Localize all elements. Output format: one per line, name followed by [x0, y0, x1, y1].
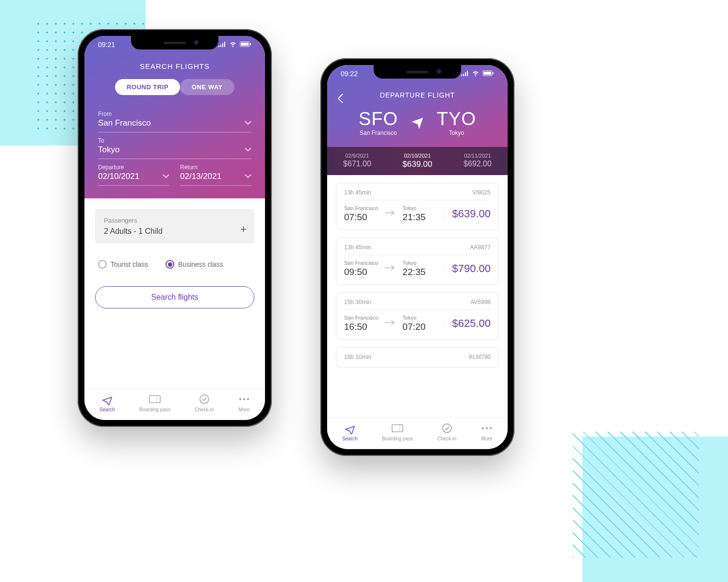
nav-more-label: More	[238, 407, 249, 412]
bottom-nav: Search Boarding pass Check-in More	[327, 417, 508, 449]
chevron-down-icon	[245, 145, 251, 154]
leg-to-city: Tokyo	[402, 260, 426, 266]
to-city: Tokyo	[437, 129, 476, 136]
chevron-down-icon	[245, 172, 251, 180]
flight-card[interactable]: 13h 45min AA9877 San Francisco 09:50 Tok…	[336, 238, 499, 285]
nav-boarding-pass[interactable]: Boarding pass	[139, 393, 170, 412]
date-option-2[interactable]: 02/11/2021 $692.00	[447, 152, 508, 170]
nav-more[interactable]: More	[481, 422, 493, 441]
phone-notch	[131, 36, 218, 49]
plane-icon	[411, 115, 424, 130]
svg-point-6	[243, 398, 245, 400]
date-label: 02/10/2021	[387, 153, 447, 159]
svg-point-5	[239, 398, 241, 400]
tab-round-trip[interactable]: ROUND TRIP	[115, 79, 180, 95]
leg-from-city: San Francisco	[344, 260, 378, 266]
leg-to-city: Tokyo	[402, 205, 426, 211]
nav-boarding-pass[interactable]: Boarding pass	[382, 422, 413, 441]
departure-label: Departure	[98, 164, 169, 171]
svg-point-15	[490, 427, 492, 429]
arrow-right-icon	[385, 210, 396, 218]
leg-from-time: 07:50	[344, 212, 378, 223]
to-code: TYO	[437, 109, 476, 129]
flight-duration: 15h 30min	[344, 299, 371, 306]
ticket-icon	[149, 393, 161, 405]
nav-checkin-label: Check-in	[437, 436, 456, 441]
nav-search[interactable]: Search	[99, 393, 115, 412]
svg-rect-11	[392, 425, 403, 432]
svg-point-12	[443, 424, 451, 433]
leg-from-time: 16:50	[344, 322, 378, 332]
flight-price: $639.00	[452, 208, 491, 220]
svg-rect-3	[149, 396, 160, 403]
date-option-0[interactable]: 02/9/2021 $671.00	[327, 152, 387, 170]
nav-check-in[interactable]: Check-in	[195, 393, 214, 412]
from-value: San Francisco	[98, 118, 251, 128]
svg-rect-2	[250, 43, 251, 45]
date-label: 02/9/2021	[327, 153, 387, 159]
tab-one-way[interactable]: ONE WAY	[180, 79, 234, 95]
more-dots-icon	[238, 393, 250, 405]
radio-business-label: Business class	[178, 260, 223, 268]
ticket-icon	[392, 422, 403, 434]
passengers-value: 2 Adults - 1 Child	[104, 227, 246, 236]
return-field[interactable]: Return 02/13/2021	[180, 159, 251, 186]
radio-tourist-label: Tourist class	[111, 260, 148, 268]
svg-point-13	[482, 427, 484, 429]
search-flights-button[interactable]: Search flights	[95, 286, 254, 308]
radio-icon-selected	[165, 260, 174, 269]
to-field[interactable]: To Tokyo	[98, 132, 251, 159]
nav-search-label: Search	[99, 407, 115, 412]
bottom-nav: Search Boarding pass Check-in	[84, 388, 265, 420]
check-circle-icon	[441, 422, 453, 434]
passengers-card[interactable]: Passengers 2 Adults - 1 Child +	[95, 209, 254, 243]
wifi-icon	[229, 41, 237, 48]
flight-card[interactable]: 13h 45min VI9025 San Francisco 07:50	[336, 183, 499, 230]
departure-field[interactable]: Departure 02/10/2021	[98, 159, 169, 186]
plane-icon	[344, 422, 356, 434]
plus-icon[interactable]: +	[240, 223, 247, 236]
nav-boarding-label: Boarding pass	[139, 407, 170, 412]
date-option-1[interactable]: 02/10/2021 $639.00	[387, 152, 447, 170]
leg-from-time: 09:50	[344, 267, 378, 277]
leg-to-time: 07:20	[402, 322, 426, 332]
phone-notch	[374, 65, 461, 79]
plane-icon	[101, 393, 113, 405]
nav-boarding-label: Boarding pass	[382, 436, 413, 441]
nav-search-label: Search	[342, 436, 358, 441]
flight-duration: 18h 10min	[344, 354, 371, 360]
flight-code: VI9025	[472, 189, 491, 196]
flight-code: AV6998	[470, 299, 491, 306]
nav-checkin-label: Check-in	[195, 407, 214, 412]
flight-duration: 13h 45min	[344, 244, 371, 251]
check-circle-icon	[199, 393, 210, 405]
flight-card[interactable]: 18h 10min KLM790	[336, 347, 499, 368]
nav-search[interactable]: Search	[342, 422, 358, 441]
nav-check-in[interactable]: Check-in	[437, 422, 456, 441]
svg-point-4	[200, 395, 209, 404]
flight-duration: 13h 45min	[344, 189, 371, 196]
svg-rect-1	[241, 43, 248, 46]
flight-card[interactable]: 15h 30min AV6998 San Francisco 16:50 Tok…	[336, 292, 499, 340]
battery-icon	[482, 70, 494, 78]
arrow-right-icon	[385, 264, 396, 273]
arrow-right-icon	[385, 319, 396, 328]
nav-more-label: More	[481, 436, 492, 441]
signal-icon	[218, 41, 226, 48]
flight-price: $625.00	[452, 317, 491, 330]
radio-tourist-class[interactable]: Tourist class	[98, 260, 148, 269]
nav-more[interactable]: More	[238, 393, 250, 412]
svg-point-14	[486, 427, 488, 429]
back-button[interactable]	[337, 93, 344, 106]
svg-rect-10	[493, 72, 494, 74]
battery-icon	[240, 41, 251, 48]
departure-value: 02/10/2021	[98, 172, 169, 181]
phone-search-flights: 09:21 SEARCH FLIGHTS ROUND TRIP	[78, 29, 272, 427]
status-time: 09:22	[341, 70, 358, 78]
return-value: 02/13/2021	[180, 172, 251, 181]
from-field[interactable]: From San Francisco	[98, 106, 251, 132]
radio-business-class[interactable]: Business class	[165, 260, 223, 269]
to-value: Tokyo	[98, 145, 251, 155]
leg-from-city: San Francisco	[344, 205, 378, 211]
page-title: DEPARTURE FLIGHT	[327, 91, 508, 99]
